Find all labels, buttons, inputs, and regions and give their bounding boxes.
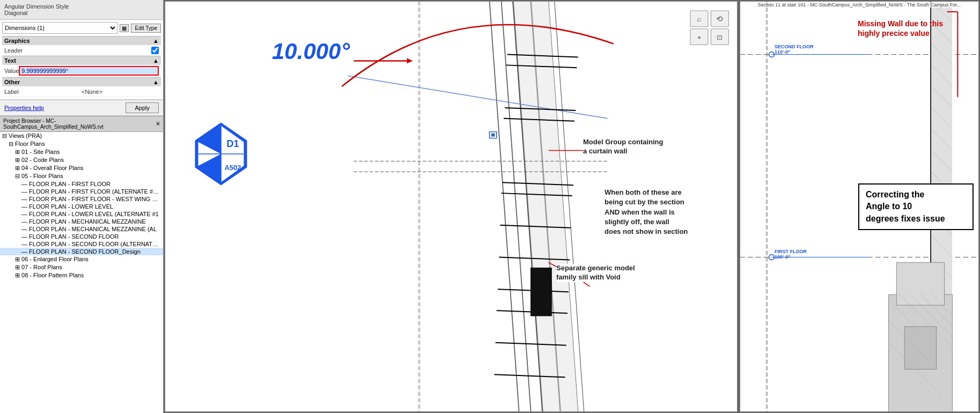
other-section-header[interactable]: Other ▲ [2,77,161,86]
tree-dash-1: — [21,181,29,187]
tree-label-second-floor-alt: FLOOR PLAN - SECOND FLOOR (ALTERNATE # [29,241,161,247]
fix-annotation-box: Correcting the Angle to 10 degrees fixes… [858,183,974,230]
properties-help-link[interactable]: Properties help [4,105,44,111]
graphics-expand-icon: ▲ [153,38,159,44]
leader-label: Leader [4,47,151,54]
value-label: Value [4,68,19,74]
svg-line-6 [531,1,561,412]
tree-label-first-floor: FLOOR PLAN - FIRST FLOOR [29,181,110,187]
sill-annotation: Separate generic model family sill with … [556,264,635,282]
tree-item-mech-mezz-al[interactable]: — FLOOR PLAN - MECHANICAL MEZZANINE (AL [0,225,163,233]
right-viewport-title: Section 11 at stair 101 - MC-SouthCampus… [756,2,963,8]
svg-line-80 [931,343,953,364]
text-expand-icon: ▲ [153,57,159,64]
value-input[interactable] [19,66,159,76]
svg-marker-28 [407,58,412,63]
tree-label-lower-level-alt: FLOOR PLAN - LOWER LEVEL (ALTERNATE #1 [29,211,159,217]
svg-line-92 [931,294,953,316]
svg-line-8 [555,1,584,412]
svg-rect-37 [690,29,708,45]
tree-item-mech-mezz[interactable]: — FLOOR PLAN - MECHANICAL MEZZANINE [0,218,163,225]
svg-line-66 [931,44,953,65]
svg-line-18 [503,182,573,185]
dim-dropdown-row: Dimensions (1) ▦ Edit Type [2,22,161,34]
tree-item-overall-plans[interactable]: ⊞ 04 - Overall Floor Plans [0,164,163,172]
tree-item-second-floor-design[interactable]: — FLOOR PLAN - SECOND FLOOR_Design [0,248,163,255]
tree-item-lower-level-alt[interactable]: — FLOOR PLAN - LOWER LEVEL (ALTERNATE #1 [0,210,163,218]
svg-rect-38 [711,29,728,45]
tree-dash-8: — [21,233,29,240]
tree-label-second-floor-design: FLOOR PLAN - SECOND FLOOR_Design [29,248,141,255]
label-field-label: Label [4,88,82,95]
tree-dash-5: — [21,211,29,217]
properties-panel: Dimensions (1) ▦ Edit Type Graphics ▲ Le… [0,20,163,100]
tree-item-floor-pattern[interactable]: ⊞ 08 - Floor Pattern Plans [0,271,163,279]
svg-rect-34 [491,134,495,137]
tree-item-first-floor-west[interactable]: — FLOOR PLAN - FIRST FLOOR - WEST WING C… [0,195,163,203]
project-browser-close-icon[interactable]: × [156,120,160,128]
svg-rect-85 [904,327,936,370]
tree-item-second-floor[interactable]: — FLOOR PLAN - SECOND FLOOR [0,233,163,240]
graphics-section-header[interactable]: Graphics ▲ [2,36,161,45]
svg-marker-9 [513,1,578,412]
tree-item-first-floor[interactable]: — FLOOR PLAN - FIRST FLOOR [0,180,163,188]
tree-item-code-plans[interactable]: ⊞ 02 - Code Plans [0,156,163,164]
svg-text:D1: D1 [226,138,239,149]
svg-line-78 [931,300,953,321]
tree-item-second-floor-alt[interactable]: — FLOOR PLAN - SECOND FLOOR (ALTERNATE # [0,240,163,248]
left-viewport[interactable]: Floor Plan, First Floor - MC-SouthCampus… [164,0,739,413]
tree-item-views[interactable]: ⊟ Views (PRA) [0,132,163,140]
project-tree[interactable]: ⊟ Views (PRA) ⊟ Floor Plans ⊞ 01 - Site … [0,132,163,413]
left-panel: Angular Dimension Style Diagonal Dimensi… [0,0,164,413]
tree-expand-enlarged: ⊞ [15,256,21,262]
svg-line-14 [507,54,578,57]
tree-label-lower-level: FLOOR PLAN - LOWER LEVEL [29,203,113,210]
edit-type-button[interactable]: Edit Type [131,24,161,33]
leader-checkbox[interactable] [151,47,159,54]
properties-icon-btn1[interactable]: ▦ [120,24,129,32]
svg-line-15 [506,65,577,68]
svg-line-16 [505,108,576,110]
tree-item-roof-plans[interactable]: ⊞ 07 - Roof Plans [0,263,163,271]
svg-point-98 [769,255,775,260]
leader-row: Leader [2,45,161,56]
tree-item-floor-plans[interactable]: ⊟ Floor Plans [0,140,163,148]
other-expand-icon: ▲ [153,79,159,85]
svg-rect-83 [889,294,953,412]
section-cut-annotation: When both of these are being cut by the … [605,178,688,237]
tree-expand-roof: ⊞ [15,264,21,270]
tree-item-site-plans[interactable]: ⊞ 01 - Site Plans [0,148,163,156]
detail-marker-svg: D1 A502 [194,122,248,186]
svg-rect-10 [490,1,608,412]
tree-expand-views: ⊟ [2,132,9,139]
tree-item-lower-level[interactable]: — FLOOR PLAN - LOWER LEVEL [0,203,163,210]
tree-label-enlarged: 06 - Enlarged Floor Plans [21,256,89,262]
angular-style-line2: Diagonal [4,10,159,16]
label-row: Label <None> [2,86,161,97]
svg-point-97 [769,52,775,57]
svg-line-68 [931,86,953,108]
right-viewport[interactable]: Section 11 at stair 101 - MC-SouthCampus… [739,0,980,413]
other-label: Other [4,79,20,85]
apply-button[interactable]: Apply [126,102,159,113]
text-section-header[interactable]: Text ▲ [2,56,161,65]
main-area: Floor Plan, First Floor - MC-SouthCampus… [164,0,980,413]
tree-label-first-floor-west: FLOOR PLAN - FIRST FLOOR - WEST WING CON [29,196,163,202]
svg-rect-33 [490,132,497,138]
svg-line-13 [348,76,607,119]
svg-line-24 [496,343,566,345]
svg-line-82 [931,385,953,407]
tree-item-enlarged[interactable]: ⊞ 06 - Enlarged Floor Plans [0,255,163,263]
svg-line-77 [931,278,953,300]
missing-wall-annotation: Missing Wall due to this highly precice … [858,9,943,39]
tree-item-first-floor-alt1[interactable]: — FLOOR PLAN - FIRST FLOOR (ALTERNATE #1… [0,188,163,195]
tree-expand-overall-plans: ⊞ [15,165,21,171]
tree-label-05: 05 - Floor Plans [21,173,63,179]
svg-line-75 [931,236,953,257]
svg-rect-84 [896,262,944,305]
tree-item-05-floor-plans[interactable]: ⊟ 05 - Floor Plans [0,172,163,180]
text-label: Text [4,57,16,64]
tree-dash-10: — [21,248,29,255]
svg-line-4 [502,1,531,412]
dimensions-dropdown[interactable]: Dimensions (1) [2,22,117,34]
